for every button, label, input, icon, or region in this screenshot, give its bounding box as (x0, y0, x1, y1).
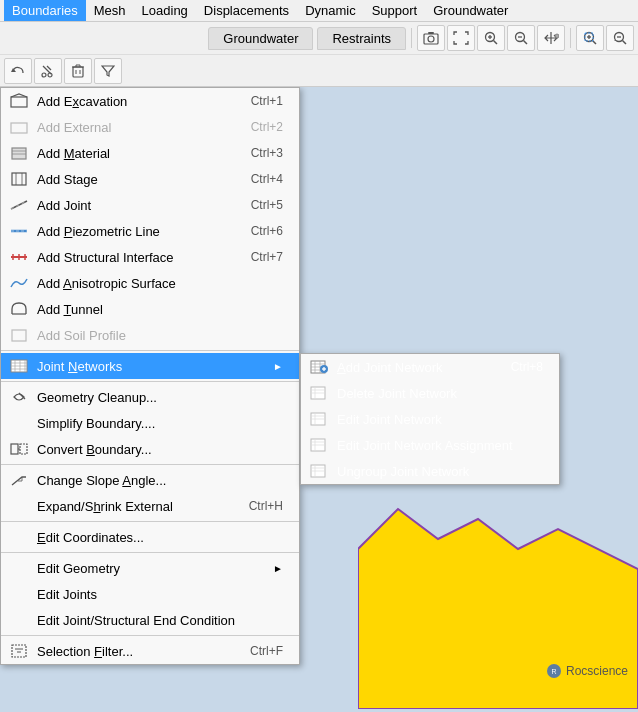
edit-coordinates-icon (9, 528, 29, 546)
menu-change-slope[interactable]: Change Slope Angle... (1, 467, 299, 493)
fit-btn[interactable] (447, 25, 475, 51)
add-structural-shortcut: Ctrl+7 (221, 250, 283, 264)
add-external-label: Add External (37, 120, 213, 135)
menu-loading[interactable]: Loading (134, 0, 196, 21)
sep-5 (1, 552, 299, 553)
edit-joint-structural-icon (9, 611, 29, 629)
submenu-edit-joint-network-assignment[interactable]: Edit Joint Network Assignment (301, 432, 559, 458)
edit-joint-network-label: Edit Joint Network (337, 412, 543, 427)
sep-3 (1, 464, 299, 465)
pan-btn[interactable] (537, 25, 565, 51)
tab-restraints[interactable]: Restraints (317, 27, 406, 50)
selection-filter-icon (9, 642, 29, 660)
simplify-boundary-label: Simplify Boundary.... (37, 416, 283, 431)
svg-point-24 (48, 73, 52, 77)
svg-rect-34 (12, 148, 26, 159)
selection-filter-label: Selection Filter... (37, 644, 212, 659)
add-joint-network-shortcut: Ctrl+8 (481, 360, 543, 374)
svg-rect-49 (12, 330, 26, 341)
menu-geometry-cleanup[interactable]: Geometry Cleanup... (1, 384, 299, 410)
menu-groundwater[interactable]: Groundwater (425, 0, 516, 21)
rocscience-label: Rocscience (566, 664, 628, 678)
zoom-reduce-btn[interactable]: - (606, 25, 634, 51)
sep-1 (1, 350, 299, 351)
menu-add-structural[interactable]: Add Structural Interface Ctrl+7 (1, 244, 299, 270)
menu-add-external: Add External Ctrl+2 (1, 114, 299, 140)
svg-rect-33 (11, 123, 27, 133)
sep2 (570, 28, 571, 48)
svg-point-23 (42, 73, 46, 77)
undo-btn[interactable] (4, 58, 32, 84)
tunnel-icon (9, 300, 29, 318)
submenu-delete-joint-network[interactable]: Delete Joint Network (301, 380, 559, 406)
add-external-shortcut: Ctrl+2 (221, 120, 283, 134)
submenu-ungroup-joint-network[interactable]: Ungroup Joint Network (301, 458, 559, 484)
structural-icon (9, 248, 29, 266)
menu-add-joint[interactable]: Add Joint Ctrl+5 (1, 192, 299, 218)
geometry-cleanup-icon (9, 388, 29, 406)
zoom-in-btn[interactable] (477, 25, 505, 51)
edit-geometry-arrow: ► (273, 563, 283, 574)
add-excavation-shortcut: Ctrl+1 (221, 94, 283, 108)
zoom-window-btn[interactable] (576, 25, 604, 51)
convert-icon (9, 440, 29, 458)
menu-add-material[interactable]: Add Material Ctrl+3 (1, 140, 299, 166)
menu-displacements[interactable]: Displacements (196, 0, 297, 21)
submenu-add-joint-network[interactable]: Add Joint Network Ctrl+8 (301, 354, 559, 380)
excavation-icon (9, 92, 29, 110)
menu-convert-boundary[interactable]: Convert Boundary... (1, 436, 299, 462)
add-tunnel-label: Add Tunnel (37, 302, 283, 317)
add-anisotropic-label: Add Anisotropic Surface (37, 276, 283, 291)
geometry-cleanup-label: Geometry Cleanup... (37, 390, 283, 405)
soil-profile-icon (9, 326, 29, 344)
menu-add-soil-profile: Add Soil Profile (1, 322, 299, 348)
menu-expand-shrink[interactable]: Expand/Shrink External Ctrl+H (1, 493, 299, 519)
delete-btn[interactable] (64, 58, 92, 84)
joint-icon (9, 196, 29, 214)
menu-selection-filter[interactable]: Selection Filter... Ctrl+F (1, 638, 299, 664)
menu-dynamic[interactable]: Dynamic (297, 0, 364, 21)
menu-mesh[interactable]: Mesh (86, 0, 134, 21)
rocscience-logo: R Rocscience (546, 663, 628, 679)
menu-add-excavation[interactable]: Add Excavation Ctrl+1 (1, 88, 299, 114)
add-material-shortcut: Ctrl+3 (221, 146, 283, 160)
svg-rect-32 (11, 97, 27, 107)
menu-joint-networks[interactable]: Joint Networks ► (1, 353, 299, 379)
stage-icon (9, 170, 29, 188)
menu-add-piezometric[interactable]: Add Piezometric Line Ctrl+6 (1, 218, 299, 244)
menu-add-tunnel[interactable]: Add Tunnel (1, 296, 299, 322)
joint-networks-icon (9, 357, 29, 375)
toolbar-row-1: Groundwater Restraints - (0, 22, 638, 54)
screenshot-btn[interactable] (417, 25, 445, 51)
submenu-edit-joint-network[interactable]: Edit Joint Network (301, 406, 559, 432)
menu-bar: Boundaries Mesh Loading Displacements Dy… (0, 0, 638, 22)
expand-shrink-label: Expand/Shrink External (37, 499, 211, 514)
menu-edit-joints[interactable]: Edit Joints (1, 581, 299, 607)
zoom-out-btn[interactable] (507, 25, 535, 51)
menu-add-anisotropic[interactable]: Add Anisotropic Surface (1, 270, 299, 296)
cut-btn[interactable] (34, 58, 62, 84)
filter-btn[interactable] (94, 58, 122, 84)
svg-rect-25 (73, 67, 83, 77)
edit-joint-structural-label: Edit Joint/Structural End Condition (37, 613, 283, 628)
ungroup-joint-network-label: Ungroup Joint Network (337, 464, 543, 479)
simplify-icon (9, 414, 29, 432)
menu-edit-joint-structural[interactable]: Edit Joint/Structural End Condition (1, 607, 299, 633)
convert-boundary-label: Convert Boundary... (37, 442, 283, 457)
tab-groundwater[interactable]: Groundwater (208, 27, 313, 50)
add-material-label: Add Material (37, 146, 213, 161)
menu-edit-geometry[interactable]: Edit Geometry ► (1, 555, 299, 581)
menu-add-stage[interactable]: Add Stage Ctrl+4 (1, 166, 299, 192)
menu-boundaries[interactable]: Boundaries (4, 0, 86, 21)
piezometric-icon (9, 222, 29, 240)
menu-support[interactable]: Support (364, 0, 426, 21)
slope-icon (9, 471, 29, 489)
menu-simplify-boundary[interactable]: Simplify Boundary.... (1, 410, 299, 436)
edit-joint-network-assignment-label: Edit Joint Network Assignment (337, 438, 543, 453)
menu-edit-coordinates[interactable]: Edit Coordinates... (1, 524, 299, 550)
submenu-arrow: ► (273, 361, 283, 372)
joint-networks-label: Joint Networks (37, 359, 265, 374)
main-area: R Rocscience Add Excavation Ctrl+1 Add E… (0, 87, 638, 709)
material-icon (9, 144, 29, 162)
svg-rect-2 (428, 32, 434, 34)
